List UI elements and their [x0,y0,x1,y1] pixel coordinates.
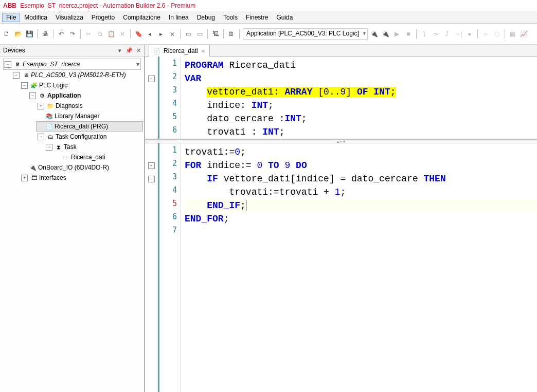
bookmark-next-icon[interactable]: ▸ [156,29,166,39]
menu-file[interactable]: File [2,13,20,22]
redo-icon[interactable]: ↷ [68,29,77,39]
collapse-icon[interactable]: − [46,144,52,151]
bookmark-clear-icon[interactable]: ⨯ [168,29,177,39]
expand-icon[interactable]: + [21,175,28,181]
devices-panel-title: Devices [3,47,25,54]
tree-diagnosis[interactable]: + 📁 Diagnosis [36,101,143,111]
bookmark-prev-icon[interactable]: ◂ [145,29,154,39]
tree-root[interactable]: − 🗎 Esempio_ST_ricerca ▾ [3,59,141,70]
menu-progetto[interactable]: Progetto [87,13,119,22]
io-icon: 🔌 [29,164,37,171]
toolbar: 🗋 📂 💾 🖶 ↶ ↷ ✂ ⧉ 📋 ✕ 🔖 ◂ ▸ ⨯ ▭ ▭ 🏗 🗎 Appl… [0,24,537,45]
tree-application[interactable]: − ⚙ Application [28,90,143,101]
delete-icon[interactable]: ✕ [118,29,127,39]
device-tree[interactable]: − 🗎 Esempio_ST_ricerca ▾ − 🖥 PLC_AC500_V… [0,57,144,392]
menu-modifica[interactable]: Modifica [20,13,51,22]
cpu-icon: 🖥 [22,71,29,79]
pou-icon: 📄 [153,47,160,54]
step-over-icon[interactable]: ⤼ [431,29,440,39]
expand-icon[interactable]: + [38,103,44,109]
build-icon[interactable]: 🏗 [211,29,220,39]
find-icon[interactable]: 🔖 [134,29,143,39]
fold-toggle-icon[interactable]: − [148,162,155,169]
open-icon[interactable]: 📂 [13,29,23,39]
paste-icon[interactable]: 📋 [106,29,116,39]
collapse-icon[interactable]: − [29,92,36,99]
panel-dropdown-icon[interactable]: ▾ [118,47,121,53]
menu-compilazione[interactable]: Compilazione [119,13,165,22]
task-icon: ⧗ [55,143,62,151]
tree-plc-logic[interactable]: − 🧩 PLC Logic [20,80,143,90]
tree-application-label: Application [47,91,81,100]
trace-icon[interactable]: ▦ [508,29,517,39]
tree-root-label: Esempio_ST_ricerca [23,60,80,69]
editor-tab-strip: 📄 Ricerca_dati ✕ [145,45,537,57]
step-into-icon[interactable]: ⤵ [420,29,429,39]
devices-panel: Devices ▾ 📌 ✕ − 🗎 Esempio_ST_ricerca ▾ [0,45,145,392]
print-icon[interactable]: 🖶 [41,29,50,39]
bp-new-icon[interactable]: ○ [481,29,490,39]
application-combo[interactable]: Application [PLC_AC500_V3: PLC Logic] [243,28,368,40]
tree-pou-label: Ricerca_dati (PRG) [55,122,108,131]
folder-icon: 📁 [47,102,54,109]
stop-icon[interactable]: ■ [404,29,413,39]
tree-task-pou-label: Ricerca_dati [71,153,105,162]
new-icon[interactable]: 🗋 [2,29,11,39]
body-editor[interactable]: − − 1234567 trovati:=0; FOR indice:= 0 T… [145,143,537,392]
tree-task-config[interactable]: − 🗂 Task Configuration [36,132,143,142]
login-icon[interactable]: 🔌 [370,29,379,39]
breakpoint-icon[interactable]: ● [465,29,474,39]
chart-icon[interactable]: 📈 [520,29,529,39]
tree-plc-label: PLC_AC500_V3 (PM5012-R-ETH) [31,70,126,80]
window2-icon[interactable]: ▭ [195,29,204,39]
logout-icon[interactable]: 🔌 [381,29,390,39]
body-code[interactable]: trovati:=0; FOR indice:= 0 TO 9 DO IF ve… [181,143,537,392]
tree-onboard-io-label: OnBoard_IO (6DI/4DO-R) [38,163,109,172]
tree-diagnosis-label: Diagnosis [56,101,83,110]
collapse-icon[interactable]: − [13,72,20,79]
tree-pou-ricerca[interactable]: 📄 Ricerca_dati (PRG) [36,121,143,132]
window-title-bar: ABB Esempio_ST_ricerca.project - Automat… [0,0,537,12]
menu-inlinea[interactable]: In linea [165,13,193,22]
collapse-icon[interactable]: − [5,61,11,68]
save-icon[interactable]: 💾 [25,29,34,39]
tree-library-label: Library Manager [55,111,99,121]
copy-icon[interactable]: ⧉ [95,29,104,39]
bp-disable-icon[interactable]: ◌ [492,29,502,39]
cut-icon[interactable]: ✂ [84,29,93,39]
tree-task[interactable]: − ⧗ Task [44,142,143,152]
declaration-code[interactable]: PROGRAM Ricerca_dati VAR vettore_dati: A… [181,57,537,139]
undo-icon[interactable]: ↶ [57,29,66,39]
menu-visualizza[interactable]: Visualizza [51,13,87,22]
run-to-icon[interactable]: →| [454,29,463,39]
editor-area: 📄 Ricerca_dati ✕ − 1234567 PROGRAM Ricer… [145,45,537,392]
collapse-icon[interactable]: − [38,134,44,140]
tree-task-pou[interactable]: ▫ Ricerca_dati [52,152,143,162]
doc-icon[interactable]: 🗎 [227,29,236,39]
menu-finestre[interactable]: Finestre [242,13,272,22]
editor-tab-ricerca[interactable]: 📄 Ricerca_dati ✕ [149,45,210,57]
fold-gutter: − [145,57,158,139]
fold-toggle-icon[interactable]: − [148,76,155,82]
collapse-icon[interactable]: − [21,82,28,89]
tree-plc-logic-label: PLC Logic [39,81,67,90]
panel-close-icon[interactable]: ✕ [136,47,141,53]
tree-library-manager[interactable]: 📚 Library Manager [36,111,143,121]
fold-toggle-icon[interactable]: − [148,176,155,182]
declaration-editor[interactable]: − 1234567 PROGRAM Ricerca_dati VAR vetto… [145,57,537,139]
pane-splitter[interactable]: ▴ • ▾ [145,139,537,143]
tab-close-icon[interactable]: ✕ [201,48,205,54]
step-out-icon[interactable]: ⤴ [442,29,452,39]
tree-interfaces[interactable]: + 🗔 Interfaces [20,173,143,183]
tree-onboard-io[interactable]: 🔌 OnBoard_IO (6DI/4DO-R) [20,162,143,173]
root-dropdown-icon[interactable]: ▾ [136,60,139,69]
menu-guida[interactable]: Guida [272,13,297,22]
start-icon[interactable]: ▶ [392,29,402,39]
line-number-gutter: 1234567 [158,57,181,139]
devices-panel-header: Devices ▾ 📌 ✕ [0,45,144,57]
tree-plc[interactable]: − 🖥 PLC_AC500_V3 (PM5012-R-ETH) [11,70,143,80]
menu-debug[interactable]: Debug [193,13,219,22]
window-icon[interactable]: ▭ [184,29,193,39]
panel-pin-icon[interactable]: 📌 [126,47,133,53]
menu-tools[interactable]: Tools [219,13,242,22]
